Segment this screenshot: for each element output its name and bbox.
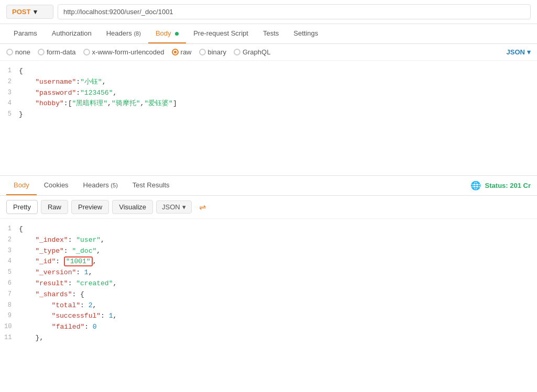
request-tabs-bar: Params Authorization Headers (8) Body Pr… [0,24,537,44]
resp-line-6: 6 "result": "created", [0,278,537,289]
tab-body[interactable]: Body [148,24,186,43]
req-line-4: 4 "hobby":["黑暗料理","骑摩托","爱钰婆"] [0,98,537,109]
option-graphql[interactable]: GraphQL [234,48,270,56]
resp-line-4: 4 "_id": "1001", [0,256,537,267]
url-input[interactable] [58,4,531,19]
tab-tests[interactable]: Tests [256,24,286,43]
resp-btn-visualize[interactable]: Visualize [112,200,153,214]
json-format-dropdown[interactable]: JSON ▾ [507,48,531,56]
status-text: Status: 201 Cr [485,182,531,189]
resp-line-11: 11 }, [0,333,537,344]
tab-authorization[interactable]: Authorization [45,24,99,43]
resp-json-dropdown[interactable]: JSON ▾ [156,200,192,214]
response-tabs-bar: Body Cookies Headers (5) Test Results 🌐 … [0,176,537,196]
response-section: Body Cookies Headers (5) Test Results 🌐 … [0,176,537,349]
wrap-lines-icon[interactable]: ⇌ [199,202,206,212]
resp-btn-raw[interactable]: Raw [41,200,68,214]
highlighted-id-value: "1001" [64,256,93,266]
radio-urlencoded [83,49,90,55]
url-bar: POST ▾ [0,0,537,24]
radio-binary [199,49,206,55]
globe-icon: 🌐 [470,181,481,191]
request-body-editor[interactable]: 1 { 2 "username":"小钰", 3 "password":"123… [0,61,537,176]
body-options: none form-data x-www-form-urlencoded raw… [0,44,537,61]
resp-btn-preview[interactable]: Preview [71,200,109,214]
option-binary[interactable]: binary [199,48,226,56]
tab-settings[interactable]: Settings [286,24,325,43]
resp-line-9: 9 "successful": 1, [0,311,537,322]
resp-line-2: 2 "_index": "user", [0,235,537,246]
radio-raw [172,49,179,55]
response-tab-body[interactable]: Body [6,176,37,195]
resp-line-8: 8 "total": 2, [0,300,537,311]
radio-none [6,49,13,55]
resp-btn-pretty[interactable]: Pretty [6,200,38,214]
req-line-2: 2 "username":"小钰", [0,77,537,88]
response-tab-cookies[interactable]: Cookies [37,176,76,195]
method-chevron-icon: ▾ [34,8,37,16]
option-none[interactable]: none [6,48,30,56]
option-form-data[interactable]: form-data [38,48,76,56]
req-line-1: 1 { [0,66,537,77]
method-selector[interactable]: POST ▾ [6,5,53,19]
status-info: 🌐 Status: 201 Cr [470,181,531,191]
json-chevron-icon: ▾ [527,48,531,56]
resp-json-chevron-icon: ▾ [182,203,186,211]
resp-line-5: 5 "_version": 1, [0,267,537,278]
req-line-3: 3 "password":"123456", [0,88,537,99]
body-active-dot [175,32,179,36]
option-urlencoded[interactable]: x-www-form-urlencoded [83,48,165,56]
radio-form-data [38,49,45,55]
response-options: Pretty Raw Preview Visualize JSON ▾ ⇌ [0,196,537,219]
resp-line-1: 1 { [0,224,537,235]
option-raw[interactable]: raw [172,48,192,56]
resp-line-3: 3 "_type": "_doc", [0,246,537,257]
tab-params[interactable]: Params [6,24,45,43]
method-text: POST [12,8,30,16]
resp-line-7: 7 "_shards": { [0,289,537,300]
tab-pre-request-script[interactable]: Pre-request Script [186,24,256,43]
tab-headers[interactable]: Headers (8) [99,24,148,43]
resp-line-10: 10 "failed": 0 [0,322,537,333]
response-tab-test-results[interactable]: Test Results [125,176,177,195]
radio-graphql [234,49,240,55]
response-tab-headers[interactable]: Headers (5) [76,176,125,195]
req-line-5: 5 } [0,109,537,120]
response-body: 1 { 2 "_index": "user", 3 "_type": "_doc… [0,219,537,349]
